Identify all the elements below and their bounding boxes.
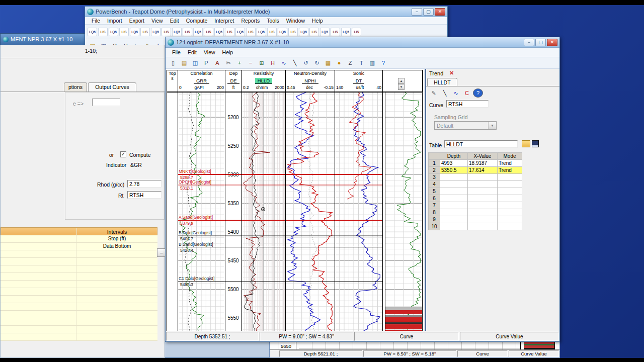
trend-grid-row-9[interactable]: 9 <box>429 216 522 223</box>
logplot-toolbar-icon-15[interactable]: ● <box>334 58 344 67</box>
intervals-row-empty[interactable] <box>1 265 157 273</box>
intervals-row-empty[interactable] <box>1 326 157 333</box>
intervals-row[interactable]: Data Bottom <box>1 243 157 250</box>
logplot-toolbar-icon-13[interactable]: ↻ <box>312 58 322 67</box>
logplot-toolbar-icon-19[interactable]: ? <box>378 58 388 67</box>
logplot-toolbar-icon-5[interactable]: ✂ <box>223 58 233 67</box>
menu-tools[interactable]: Tools <box>263 18 283 24</box>
trend-grid-row-6[interactable]: 6 <box>429 195 522 202</box>
logplot-canvas[interactable]: 52005250530053505400545055005550MNKT[Geo… <box>167 92 423 331</box>
trend-tab-hlldt[interactable]: HLLDT <box>427 78 457 86</box>
trend-toolbar-icon-1[interactable]: ╲ <box>440 88 450 98</box>
trend-toolbar-icon-0[interactable]: ✎ <box>429 88 439 98</box>
minimize-button[interactable]: − <box>524 39 534 46</box>
maximize-button[interactable]: ▢ <box>535 39 546 46</box>
menu-view[interactable]: View <box>200 49 219 55</box>
main-toolbar1-icon-9[interactable]: LIS <box>183 28 192 36</box>
main-toolbar1-icon-6[interactable]: LQ5 <box>151 28 160 36</box>
main-toolbar1-icon-12[interactable]: LQ5 <box>214 28 224 36</box>
main-toolbar1-icon-4[interactable]: LQ5 <box>130 28 139 36</box>
intervals-row-empty[interactable] <box>1 318 157 326</box>
main-toolbar1-icon-24[interactable]: LQ5 <box>341 28 351 36</box>
main-toolbar1-icon-15[interactable]: LIS <box>246 28 256 36</box>
logplot-toolbar-icon-12[interactable]: ↺ <box>301 58 311 67</box>
curve-fragment-input[interactable] <box>92 99 120 106</box>
trend-grid-row-8[interactable]: 8 <box>429 209 522 216</box>
menu-interpret[interactable]: Interpret <box>211 18 237 24</box>
menu-reports[interactable]: Reports <box>237 18 263 24</box>
main-toolbar1-icon-1[interactable]: LIS <box>98 28 108 36</box>
intervals-row-empty[interactable] <box>1 311 157 318</box>
track-header-neutron-density[interactable]: Neutron-DensityNPHI0.45dec-0.15 <box>286 70 335 92</box>
logplot-toolbar-icon-0[interactable]: ▯ <box>168 58 178 67</box>
main-toolbar1-icon-16[interactable]: LQ5 <box>257 28 266 36</box>
logplot-toolbar-icon-6[interactable]: + <box>234 58 245 67</box>
logplot-toolbar-icon-11[interactable]: ╲ <box>290 58 300 67</box>
tab-output-curves[interactable]: Output Curves <box>88 82 136 92</box>
open-folder-icon[interactable] <box>522 140 530 147</box>
intervals-row-empty[interactable] <box>1 303 157 311</box>
logplot-toolbar-icon-9[interactable]: H <box>268 58 278 67</box>
main-toolbar1-icon-10[interactable]: LQ5 <box>193 28 203 36</box>
main-toolbar1-icon-18[interactable]: LQ5 <box>278 28 287 36</box>
save-disk-icon[interactable] <box>532 140 539 147</box>
intervals-row-empty[interactable] <box>1 333 157 341</box>
intervals-row[interactable]: Stop (ft) <box>1 235 157 243</box>
trend-toolbar-icon-3[interactable]: C <box>462 88 472 98</box>
logplot-toolbar-icon-2[interactable]: ◫ <box>190 58 200 67</box>
track-header-sonic[interactable]: SonicDT140us/ft40 <box>335 70 383 92</box>
main-toolbar1-icon-2[interactable]: LQ5 <box>109 28 118 36</box>
close-button[interactable]: ✕ <box>435 8 445 16</box>
main-toolbar1-icon-5[interactable]: LIS <box>140 28 150 36</box>
logplot-toolbar-icon-18[interactable]: ▥ <box>367 58 377 67</box>
scroll-up-button[interactable]: ▲ <box>398 78 405 84</box>
dropdown-arrow-icon[interactable]: ▼ <box>488 122 496 129</box>
background-logplot-window[interactable]: 5650 Depth 5621.01 ; PW = 8.50" ; SW = 5… <box>269 341 560 358</box>
menu-export[interactable]: Export <box>126 18 148 24</box>
rhod-input[interactable] <box>127 180 162 188</box>
main-toolbar1-icon-19[interactable]: LIS <box>288 28 298 36</box>
menu-window[interactable]: Window <box>283 18 308 24</box>
menu-file[interactable]: File <box>88 18 104 24</box>
powerbench-titlebar[interactable]: PowerBench - Teapot Dome (Petrophysicist… <box>85 7 447 17</box>
trend-curve-input[interactable] <box>446 100 489 108</box>
maximize-button[interactable]: ▢ <box>423 8 434 16</box>
tab-options[interactable]: ptions <box>64 82 87 92</box>
logplot-toolbar-icon-8[interactable]: ⊞ <box>257 58 267 67</box>
track-header-resistivity[interactable]: ResistivityHLLD0.2ohmm2000 <box>242 70 286 92</box>
main-toolbar1-icon-25[interactable]: LIS <box>352 28 361 36</box>
menu-help[interactable]: Help <box>308 18 327 24</box>
logplot-toolbar-icon-16[interactable]: Z <box>345 58 355 67</box>
main-toolbar1-icon-22[interactable]: LQ5 <box>320 28 330 36</box>
logplot-toolbar-icon-1[interactable]: ▤ <box>179 58 189 67</box>
main-toolbar1-icon-14[interactable]: LQ5 <box>235 28 245 36</box>
trend-grid-row-10[interactable]: 10 <box>429 223 522 230</box>
main-toolbar1-icon-21[interactable]: LIS <box>309 28 319 36</box>
trend-grid-row-7[interactable]: 7 <box>429 202 522 209</box>
logplot-titlebar[interactable]: 12:Logplot: DEPARTMENT NPR 3 67 X #1-10 … <box>166 37 559 48</box>
trend-toolbar-icon-4[interactable]: ? <box>473 88 483 98</box>
trend-toolbar-icon-2[interactable]: ∿ <box>451 88 461 98</box>
main-toolbar1-icon-7[interactable]: LIS <box>162 28 171 36</box>
main-toolbar1-icon-13[interactable]: LIS <box>225 28 234 36</box>
track-header-depth[interactable]: DepDEft <box>225 70 242 92</box>
intervals-row-empty[interactable] <box>1 296 157 303</box>
trend-close-icon[interactable]: ✕ <box>449 70 454 76</box>
menu-edit[interactable]: Edit <box>167 18 183 24</box>
menu-edit[interactable]: Edit <box>184 49 200 55</box>
compute-checkbox[interactable]: ✓ <box>120 151 126 157</box>
logplot-toolbar-icon-7[interactable]: − <box>246 58 256 67</box>
intervals-row-empty[interactable] <box>1 258 157 265</box>
menu-import[interactable]: Import <box>104 18 126 24</box>
logplot-toolbar-icon-4[interactable]: A <box>212 58 222 67</box>
main-toolbar1-icon-20[interactable]: LQ5 <box>299 28 308 36</box>
trend-table-input[interactable] <box>444 140 518 148</box>
menu-file[interactable]: File <box>169 49 184 55</box>
sampling-grid-dropdown[interactable]: Default ▼ <box>434 121 497 130</box>
logplot-toolbar-icon-17[interactable]: T <box>356 58 366 67</box>
scroll-down-button[interactable]: ▼ <box>398 84 405 90</box>
main-toolbar1-icon-3[interactable]: LIS <box>119 28 129 36</box>
trend-grid-row-3[interactable]: 3 <box>429 174 522 181</box>
main-toolbar1-icon-11[interactable]: LIS <box>204 28 213 36</box>
parameters-window-titlebar[interactable]: MENT NPR 3 67 X #1-10 <box>0 33 85 45</box>
